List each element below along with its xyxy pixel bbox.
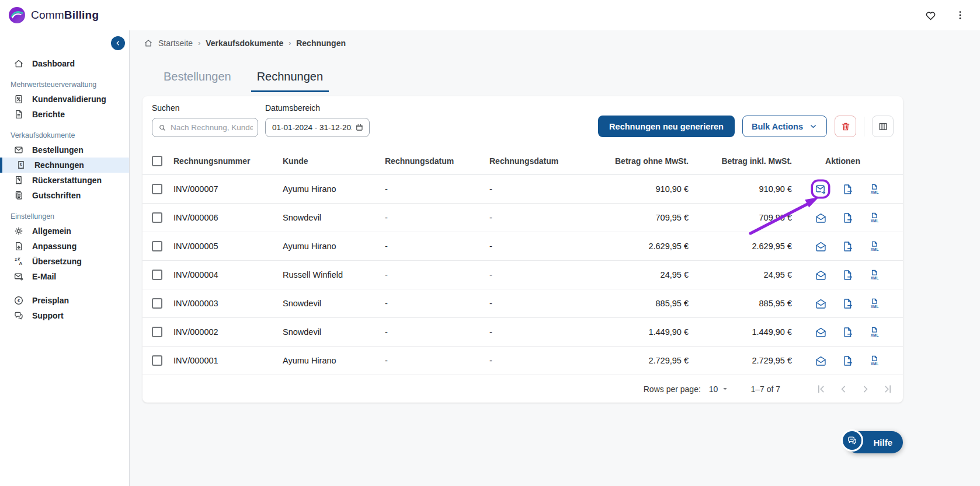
invoice-number: INV/000001 [173,356,283,365]
export-xml-action[interactable]: XML [867,324,882,340]
heart-icon [925,9,937,22]
first-page-button[interactable] [815,383,827,395]
send-email-action[interactable] [813,239,828,254]
export-xml-action[interactable]: XML [867,181,882,197]
send-email-action[interactable] [813,210,828,225]
bulk-actions-button[interactable]: Bulk Actions [742,116,827,137]
table-row: INV/000003 Snowdevil - - 885,95 € 885,95… [143,289,903,318]
sidebar-item-rueckerstattungen[interactable]: Rückerstattungen [0,173,129,188]
row-checkbox[interactable] [152,184,162,194]
export-pdf-action[interactable] [840,324,855,340]
export-xml-action[interactable]: XML [867,296,882,311]
export-pdf-action[interactable] [840,181,855,197]
sidebar-item-label: Allgemein [32,226,71,236]
document-export-icon [842,183,854,195]
breadcrumb-verkaufsdokumente[interactable]: Verkaufsdokumente [206,39,283,48]
row-checkbox[interactable] [152,212,162,223]
delete-button[interactable] [835,116,856,137]
mail-open-icon [815,326,827,338]
customer-name: Ayumu Hirano [283,242,385,251]
send-email-action[interactable] [813,267,828,282]
sidebar-item-label: Rückerstattungen [32,176,102,185]
date-range-input[interactable] [272,123,352,132]
chevron-right-icon [860,383,871,395]
send-email-action[interactable] [813,296,828,311]
sidebar-item-support[interactable]: Support [0,308,129,323]
export-xml-action[interactable]: XML [867,267,882,282]
mail-open-icon [815,212,827,224]
sidebar-item-uebersetzung[interactable]: zA Übersetzung [0,254,129,269]
favorites-button[interactable] [923,8,938,23]
sidebar-item-gutschriften[interactable]: Gutschriften [0,188,129,203]
report-document-icon [13,109,25,120]
row-checkbox[interactable] [152,298,162,309]
send-email-action[interactable] [813,324,828,340]
sidebar-item-berichte[interactable]: Berichte [0,107,129,122]
table-row: INV/000001 Ayumu Hirano - - 2.729,95 € 2… [143,347,903,375]
column-header-betrag-ohne: Betrag ohne MwSt. [577,156,689,166]
sidebar-collapse-button[interactable] [111,36,125,50]
home-icon [13,58,25,69]
document-gear-icon [13,241,25,251]
help-chat-icon [841,429,863,452]
column-header-kunde: Kunde [283,156,385,166]
rows-per-page-label: Rows per page: [644,384,701,394]
last-page-button[interactable] [882,383,894,395]
more-menu-button[interactable] [953,8,967,22]
mail-open-icon [815,355,827,367]
export-pdf-action[interactable] [840,296,855,311]
regenerate-invoices-button[interactable]: Rechnungen neu generieren [598,116,735,137]
xml-export-icon: XML [868,269,881,281]
previous-page-button[interactable] [837,383,849,395]
send-email-action[interactable] [813,353,828,368]
next-page-button[interactable] [860,383,871,395]
export-pdf-action[interactable] [840,353,855,368]
export-pdf-action[interactable] [840,267,855,282]
tab-bestellungen[interactable]: Bestellungen [158,68,237,92]
home-icon[interactable] [144,39,153,48]
table-row: INV/000002 Snowdevil - - 1.449,90 € 1.44… [143,318,903,347]
sidebar-item-email[interactable]: E-Mail [0,269,129,284]
export-xml-action[interactable]: XML [867,210,882,225]
export-xml-action[interactable]: XML [867,353,882,368]
row-checkbox[interactable] [152,270,162,280]
svg-text:A: A [19,261,22,266]
sidebar-item-kundenvalidierung[interactable]: Kundenvalidierung [0,92,129,107]
amount-net: 885,95 € [577,299,689,308]
table-row: INV/000005 Ayumu Hirano - - 2.629,95 € 2… [143,232,903,261]
breadcrumb-rechnungen[interactable]: Rechnungen [296,39,346,48]
export-pdf-action[interactable] [840,239,855,254]
tab-rechnungen[interactable]: Rechnungen [251,68,329,92]
invoice-date: - [385,327,489,337]
sidebar-item-preisplan[interactable]: € Preisplan [0,293,129,308]
table-row: INV/000004 Russell Winfield - - 24,95 € … [143,261,903,289]
sidebar-item-bestellungen[interactable]: Bestellungen [0,142,129,158]
row-checkbox[interactable] [152,355,162,366]
select-all-checkbox[interactable] [152,156,162,166]
column-settings-button[interactable] [872,116,894,137]
sidebar-item-label: Rechnungen [34,160,84,170]
document-export-icon [842,298,854,310]
export-pdf-action[interactable] [840,210,855,225]
sidebar-section-vat: Mehrwertsteuerverwaltung [0,81,129,89]
help-button[interactable]: Hilfe [846,431,903,453]
breadcrumb-startseite[interactable]: Startseite [158,39,193,48]
sidebar-item-rechnungen[interactable]: € Rechnungen [0,158,129,173]
row-checkbox[interactable] [152,327,162,337]
divider [864,117,864,137]
invoice-date: - [385,356,489,365]
sidebar-item-dashboard[interactable]: Dashboard [0,56,129,71]
export-xml-action[interactable]: XML [867,239,882,254]
invoice-date-2: - [489,242,577,251]
search-input[interactable] [171,123,253,132]
invoice-euro-icon: € [15,160,27,170]
customer-name: Snowdevil [283,213,385,222]
document-export-icon [842,269,854,281]
sidebar-item-anpassung[interactable]: Anpassung [0,239,129,254]
send-email-action[interactable] [813,181,828,197]
rows-per-page-select[interactable]: 10 [709,384,729,394]
svg-text:z: z [15,257,17,262]
invoice-number: INV/000003 [173,299,283,308]
row-checkbox[interactable] [152,241,162,251]
sidebar-item-allgemein[interactable]: Allgemein [0,223,129,239]
